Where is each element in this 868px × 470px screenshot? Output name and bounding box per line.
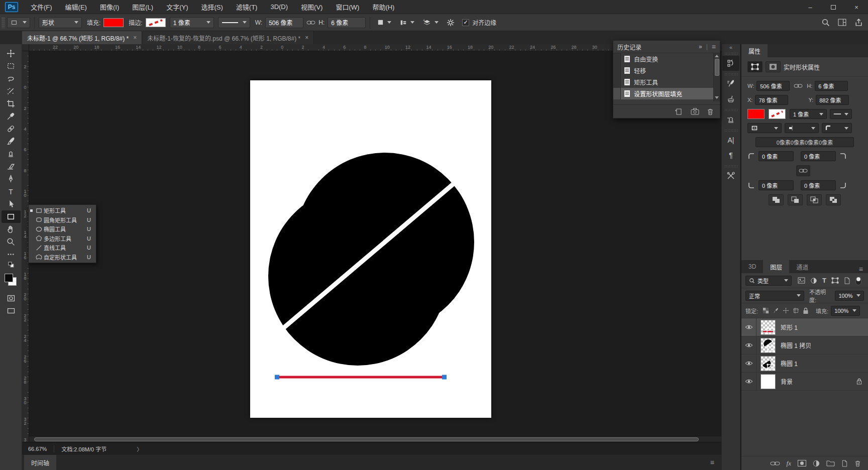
shape-height-field[interactable]: 6 像素 [328, 17, 366, 28]
close-icon[interactable]: × [133, 34, 137, 41]
menu-type[interactable]: 文字(Y) [160, 0, 194, 14]
tab-layers[interactable]: 图层 [763, 260, 789, 273]
menu-filter[interactable]: 滤镜(T) [230, 0, 264, 14]
menu-select[interactable]: 选择(S) [194, 0, 229, 14]
eraser-tool-icon[interactable] [2, 160, 21, 173]
new-document-from-state-icon[interactable] [675, 108, 683, 115]
type-tool-icon[interactable]: T [2, 185, 21, 198]
filter-smart-objects-icon[interactable] [844, 277, 850, 284]
filter-type-layers-icon[interactable]: T [822, 277, 826, 284]
path-selection-tool-icon[interactable] [2, 198, 21, 210]
path-arrangement-button[interactable]: + [420, 17, 441, 29]
delete-state-trash-icon[interactable] [707, 108, 714, 115]
quick-mask-icon[interactable] [2, 292, 21, 304]
filter-toggle-switch[interactable] [855, 276, 861, 285]
layer-visibility-cell[interactable] [741, 355, 756, 373]
fill-field[interactable]: 100% [831, 306, 860, 316]
magic-wand-tool-icon[interactable] [2, 85, 21, 97]
workspace-switcher-icon[interactable] [838, 18, 846, 27]
menu-file[interactable]: 文件(F) [24, 0, 59, 14]
panel-group-grip[interactable] [724, 108, 737, 111]
close-icon[interactable]: × [845, 0, 868, 14]
lock-position-icon[interactable] [783, 307, 789, 314]
new-snapshot-camera-icon[interactable] [691, 108, 699, 115]
opacity-field[interactable]: 100% [835, 291, 864, 301]
history-panel-icon[interactable] [722, 56, 739, 71]
layer-thumbnail[interactable] [761, 374, 776, 389]
pen-tool-icon[interactable] [2, 173, 21, 185]
stroke-width-field[interactable]: 1 像素 [170, 17, 214, 28]
search-icon[interactable] [821, 18, 830, 27]
filter-pixel-layers-icon[interactable] [798, 277, 805, 284]
lock-all-icon[interactable] [803, 307, 809, 314]
maximize-icon[interactable] [822, 0, 845, 14]
lock-artboard-icon[interactable] [793, 307, 799, 314]
menu-image[interactable]: 图像(I) [93, 0, 126, 14]
path-op-intersect-button[interactable] [807, 194, 822, 205]
blend-mode-select[interactable]: 正常 [745, 291, 804, 301]
status-expander-icon[interactable]: 〉 [137, 445, 142, 453]
prop-stroke-width-field[interactable]: 1 像素 [790, 109, 827, 119]
layer-style-fx-icon[interactable]: fx [787, 459, 791, 467]
history-source-well[interactable] [613, 65, 621, 76]
tool-presets-panel-icon[interactable] [722, 168, 739, 183]
path-alignment-button[interactable] [397, 17, 417, 29]
prop-height-field[interactable]: 6 像素 [815, 81, 848, 91]
flyout-item-rounded-rectangle[interactable]: 圆角矩形工具 U [29, 215, 96, 225]
history-step-free-transform[interactable]: 自由变换 [613, 53, 713, 65]
character-panel-icon[interactable]: A| [722, 133, 739, 148]
live-shape-properties-button[interactable] [747, 61, 763, 72]
radius-top-left-field[interactable]: 0 像素 [758, 151, 794, 161]
radius-top-right-field[interactable]: 0 像素 [801, 151, 836, 161]
history-source-well[interactable] [613, 88, 621, 99]
prop-width-field[interactable]: 506 像素 [756, 81, 790, 91]
filter-adjustment-layers-icon[interactable] [810, 277, 817, 284]
scroll-down-icon[interactable] [715, 96, 719, 99]
history-step-nudge[interactable]: 轻移 [613, 65, 713, 76]
scroll-up-icon[interactable] [715, 55, 719, 57]
clone-stamp-tool-icon[interactable] [2, 148, 21, 160]
layer-thumbnail[interactable] [761, 356, 776, 371]
flyout-item-line[interactable]: 直线工具 U [29, 243, 96, 253]
stroke-swatch[interactable] [146, 18, 166, 27]
delete-layer-trash-icon[interactable] [854, 460, 861, 467]
layer-row-ellipse-1-copy[interactable]: 椭圆 1 拷贝 [741, 336, 868, 355]
hand-tool-icon[interactable] [2, 223, 21, 236]
menu-view[interactable]: 视图(V) [294, 0, 329, 14]
flyout-item-custom-shape[interactable]: 自定形状工具 U [29, 253, 96, 262]
mixer-brush-panel-icon[interactable] [722, 91, 739, 106]
rectangular-marquee-tool-icon[interactable] [2, 60, 21, 72]
collapse-dock-icon[interactable]: « [729, 44, 732, 50]
crop-tool-icon[interactable] [2, 97, 21, 110]
shape-width-field[interactable]: 506 像素 [265, 17, 303, 28]
link-corner-radii-button[interactable] [796, 165, 810, 176]
history-step-set-shape-fill[interactable]: 设置形状图层填充 [613, 88, 713, 99]
brush-tool-icon[interactable] [2, 135, 21, 148]
layer-visibility-cell[interactable] [741, 318, 756, 336]
eyedropper-tool-icon[interactable] [2, 110, 21, 123]
zoom-level-field[interactable]: 66.67% [28, 446, 47, 452]
lock-transparency-icon[interactable] [763, 307, 769, 314]
layer-row-ellipse-1[interactable]: 椭圆 1 [741, 355, 868, 373]
tab-3d[interactable]: 3D [741, 260, 763, 273]
path-operations-button[interactable] [374, 17, 394, 29]
prop-fill-swatch[interactable] [747, 109, 765, 119]
default-colors-icon[interactable] [2, 261, 21, 269]
layer-thumbnail[interactable] [761, 320, 776, 335]
horizontal-scrollbar-thumb[interactable] [34, 437, 699, 441]
tab-properties[interactable]: 属性 [741, 44, 768, 57]
stroke-align-select[interactable] [747, 123, 782, 133]
foreground-color-chip[interactable] [5, 274, 13, 282]
panel-group-grip[interactable] [724, 52, 737, 55]
menu-window[interactable]: 窗口(W) [329, 0, 366, 14]
filter-type-select[interactable]: 类型 [745, 276, 792, 286]
tab-channels[interactable]: 通道 [789, 260, 815, 273]
zoom-tool-icon[interactable] [2, 236, 21, 248]
path-op-exclude-button[interactable] [826, 194, 841, 205]
stroke-corner-select[interactable] [822, 123, 852, 133]
document-size-info[interactable]: 文档:2.08M/0 字节 [61, 445, 106, 453]
lock-pixels-brush-icon[interactable] [773, 307, 779, 314]
shape-settings-button[interactable] [444, 17, 457, 29]
layer-row-rectangle-1[interactable]: 矩形 1 [741, 318, 868, 336]
move-tool-icon[interactable] [2, 47, 21, 60]
